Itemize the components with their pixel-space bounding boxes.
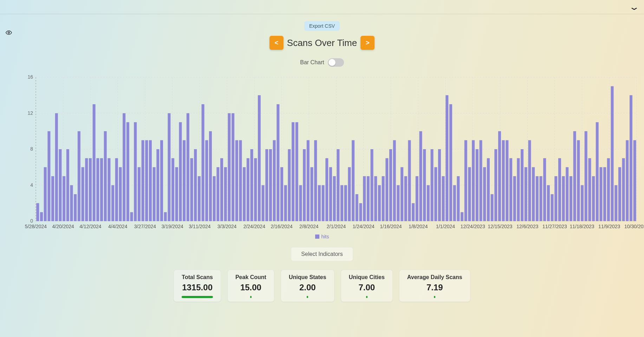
chart-bar xyxy=(464,140,467,221)
legend-label: hits xyxy=(321,234,329,239)
stat-card[interactable]: Peak Count15.00 xyxy=(227,270,274,302)
chart-bar xyxy=(258,95,260,221)
chart-bar xyxy=(96,158,99,221)
stat-indicator-bar xyxy=(434,296,435,298)
stat-card[interactable]: Unique States2.00 xyxy=(281,270,334,302)
chart-bar xyxy=(551,194,553,221)
stat-label: Unique Cities xyxy=(349,274,385,280)
bar-chart: 04812165/28/20244/20/20244/12/20244/4/20… xyxy=(18,74,640,232)
chart-bar xyxy=(457,176,460,221)
chart-bar xyxy=(145,140,148,221)
stat-label: Unique States xyxy=(289,274,326,280)
chart-bar xyxy=(250,149,253,221)
chart-bar xyxy=(299,185,302,222)
chart-bar xyxy=(224,167,227,221)
chart-bar xyxy=(344,185,347,222)
stat-value: 2.00 xyxy=(289,283,326,292)
svg-text:5/28/2024: 5/28/2024 xyxy=(25,224,46,229)
stat-card[interactable]: Unique Cities7.00 xyxy=(341,270,393,302)
toggle-label: Bar Chart xyxy=(300,59,324,66)
chart-bar xyxy=(288,149,291,221)
chart-bar xyxy=(588,158,591,221)
chart-bar xyxy=(528,140,531,221)
chart-bar xyxy=(164,212,167,221)
chart-bar xyxy=(194,149,197,221)
chart-bar xyxy=(47,131,50,221)
chart-bar xyxy=(427,185,429,222)
chart-bar xyxy=(577,140,580,221)
chart-bar xyxy=(382,176,384,221)
svg-text:2/1/2024: 2/1/2024 xyxy=(326,224,346,229)
chart-bar xyxy=(243,167,246,221)
chart-bar xyxy=(277,104,279,221)
next-button[interactable]: > xyxy=(360,36,375,50)
chart-type-toggle-row: Bar Chart xyxy=(300,58,344,67)
chart-bar xyxy=(273,140,275,221)
chart-bar xyxy=(89,158,91,221)
chart-bar xyxy=(442,176,444,221)
svg-text:1/8/2024: 1/8/2024 xyxy=(408,224,428,229)
chart-type-toggle[interactable] xyxy=(328,58,344,67)
stat-card[interactable]: Average Daily Scans7.19 xyxy=(399,270,470,302)
chart-bar xyxy=(490,194,493,221)
chart-bar xyxy=(498,131,501,221)
chart-bar xyxy=(419,131,422,221)
chart-bar xyxy=(408,140,411,221)
chart-legend: hits xyxy=(315,234,329,239)
prev-button[interactable]: < xyxy=(269,36,284,50)
chart-bar xyxy=(235,140,238,221)
chart-bar xyxy=(363,176,366,221)
svg-text:11/27/2023: 11/27/2023 xyxy=(542,224,567,229)
chart-bar xyxy=(205,140,208,221)
stat-card[interactable]: Total Scans1315.00 xyxy=(174,270,221,302)
select-indicators-button[interactable]: Select Indicators xyxy=(291,247,353,261)
chart-bar xyxy=(535,176,538,221)
chart-bar xyxy=(269,149,272,221)
chart-bar xyxy=(614,185,617,222)
chart-bar xyxy=(216,167,219,221)
chart-bar xyxy=(115,158,118,221)
chart-bar xyxy=(179,122,182,221)
chart-bar xyxy=(303,149,306,221)
chart-bar xyxy=(280,167,283,221)
svg-text:11/18/2023: 11/18/2023 xyxy=(570,224,594,229)
chart-bar xyxy=(513,176,516,221)
chevron-down-icon[interactable]: ⌄ xyxy=(629,2,640,12)
svg-text:12/15/2023: 12/15/2023 xyxy=(488,224,512,229)
chart-bar xyxy=(445,95,448,221)
chart-bar xyxy=(36,203,39,221)
chart-bar xyxy=(325,158,328,221)
chart-bar xyxy=(359,203,362,221)
chart-bar xyxy=(502,140,505,221)
chart-bar xyxy=(385,158,388,221)
chart-bar xyxy=(509,158,512,221)
chart-bar xyxy=(134,122,137,221)
chart-bar xyxy=(352,140,354,221)
eye-icon[interactable] xyxy=(6,29,12,38)
svg-text:1/1/2024: 1/1/2024 xyxy=(436,224,455,229)
export-csv-button[interactable]: Export CSV xyxy=(304,21,340,31)
chart-bar xyxy=(197,176,200,221)
chart-bar xyxy=(370,149,373,221)
chart-bar xyxy=(321,185,324,222)
chart-bar xyxy=(171,158,174,221)
chart-bar xyxy=(149,140,151,221)
chart-bar xyxy=(423,149,426,221)
svg-text:2/8/2024: 2/8/2024 xyxy=(299,224,319,229)
chart-bar xyxy=(183,140,186,221)
chart-bar xyxy=(487,158,489,221)
chart-bar xyxy=(412,203,415,221)
chart-bar xyxy=(611,86,613,221)
svg-text:11/9/2023: 11/9/2023 xyxy=(598,224,620,229)
chart-bar xyxy=(558,158,561,221)
chart-bar xyxy=(633,140,636,221)
chart-bar xyxy=(77,131,80,221)
chart-bar xyxy=(581,185,584,222)
chart-bar xyxy=(100,158,103,221)
chart-bar xyxy=(524,167,527,221)
chart-bar xyxy=(461,212,463,221)
chart-bar xyxy=(81,167,84,221)
chart-bar xyxy=(340,185,343,222)
svg-text:4/12/2024: 4/12/2024 xyxy=(79,224,101,229)
svg-text:12/6/2023: 12/6/2023 xyxy=(516,224,538,229)
